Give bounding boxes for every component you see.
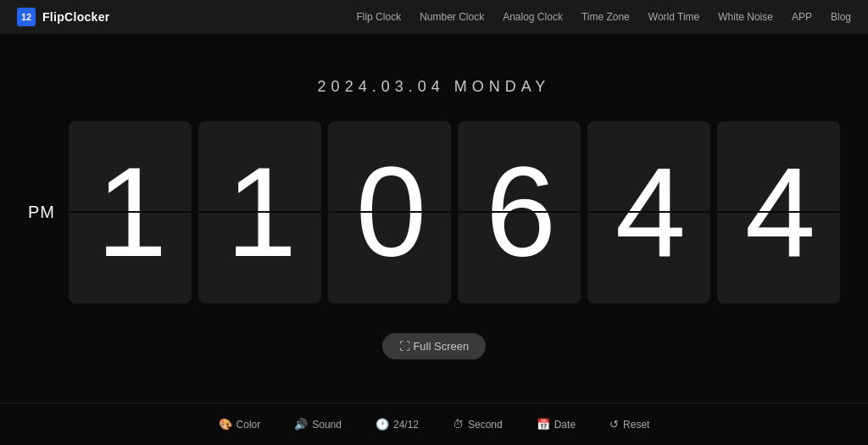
footer-icon-sound: 🔊 bbox=[294, 418, 308, 431]
digit-card-4: 4 bbox=[587, 121, 710, 303]
nav-item-white-noise[interactable]: White Noise bbox=[718, 11, 773, 23]
footer-item-second[interactable]: ⏱Second bbox=[453, 418, 503, 431]
digit-card-3: 6 bbox=[458, 121, 581, 303]
footer-icon-color: 🎨 bbox=[219, 418, 232, 431]
nav-item-blog[interactable]: Blog bbox=[831, 11, 851, 23]
digit-number-4: 4 bbox=[615, 148, 682, 275]
footer-item-date[interactable]: 📅Date bbox=[537, 418, 576, 431]
digit-card-1: 1 bbox=[198, 121, 321, 303]
am-pm-label: PM bbox=[28, 203, 55, 222]
footer-item-color[interactable]: 🎨Color bbox=[219, 418, 261, 431]
header: 12 FlipClocker Flip ClockNumber ClockAna… bbox=[0, 0, 868, 34]
nav-item-world-time[interactable]: World Time bbox=[648, 11, 699, 23]
footer-item-reset[interactable]: ↺Reset bbox=[609, 418, 649, 431]
nav-item-time-zone[interactable]: Time Zone bbox=[581, 11, 630, 23]
nav-item-flip-clock[interactable]: Flip Clock bbox=[356, 11, 401, 23]
footer-label-sound: Sound bbox=[312, 419, 342, 431]
nav-item-analog-clock[interactable]: Analog Clock bbox=[503, 11, 563, 23]
footer-icon-second: ⏱ bbox=[453, 418, 464, 431]
digit-card-5: 4 bbox=[717, 121, 840, 303]
footer-label-date: Date bbox=[554, 419, 576, 431]
footer-label-format: 24/12 bbox=[393, 419, 419, 431]
digit-number-2: 0 bbox=[356, 148, 423, 275]
footer-label-second: Second bbox=[468, 419, 503, 431]
digit-number-1: 1 bbox=[226, 148, 293, 275]
logo-text: FlipClocker bbox=[42, 10, 110, 24]
digit-number-3: 6 bbox=[486, 148, 553, 275]
main-content: 2024.03.04 MONDAY PM 110644 ⛶ Full Scree… bbox=[0, 34, 868, 403]
footer-icon-reset: ↺ bbox=[609, 418, 619, 431]
nav-item-number-clock[interactable]: Number Clock bbox=[420, 11, 484, 23]
date-display: 2024.03.04 MONDAY bbox=[318, 78, 551, 96]
main-nav: Flip ClockNumber ClockAnalog ClockTime Z… bbox=[356, 11, 851, 23]
logo-area: 12 FlipClocker bbox=[17, 8, 110, 26]
footer-label-reset: Reset bbox=[623, 419, 649, 431]
footer-item-sound[interactable]: 🔊Sound bbox=[294, 418, 342, 431]
footer: 🎨Color🔊Sound🕐24/12⏱Second📅Date↺Reset bbox=[0, 403, 868, 445]
footer-label-color: Color bbox=[236, 419, 261, 431]
clock-digits: 110644 bbox=[69, 121, 840, 303]
fullscreen-button[interactable]: ⛶ Full Screen bbox=[382, 333, 486, 359]
digit-number-0: 1 bbox=[97, 148, 164, 275]
nav-item-app[interactable]: APP bbox=[792, 11, 812, 23]
clock-wrapper: PM 110644 bbox=[28, 121, 840, 303]
footer-icon-date: 📅 bbox=[537, 418, 550, 431]
footer-icon-format: 🕐 bbox=[376, 418, 389, 431]
footer-item-format[interactable]: 🕐24/12 bbox=[376, 418, 419, 431]
digit-number-5: 4 bbox=[745, 148, 812, 275]
digit-card-0: 1 bbox=[69, 121, 192, 303]
logo-icon: 12 bbox=[17, 8, 36, 26]
digit-card-2: 0 bbox=[328, 121, 451, 303]
